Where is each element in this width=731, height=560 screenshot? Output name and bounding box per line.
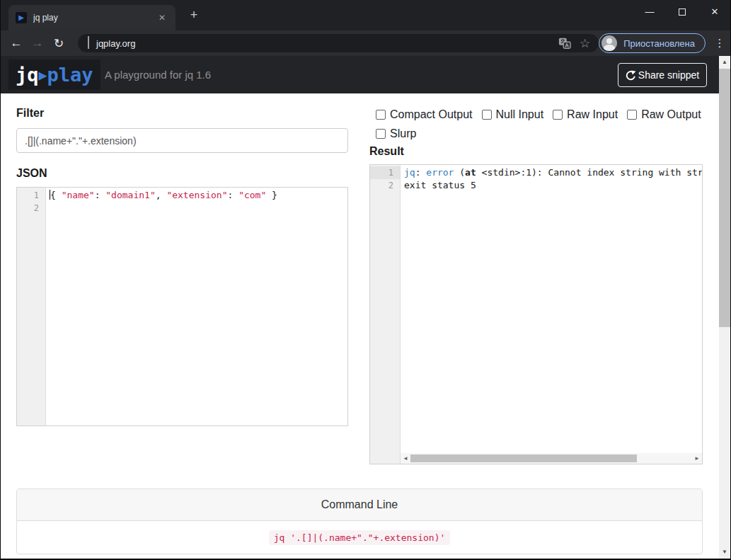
- logo-play-text: play: [47, 64, 93, 86]
- lock-icon: [88, 37, 89, 50]
- tab-title: jq play: [33, 13, 156, 23]
- filter-label: Filter: [16, 107, 44, 120]
- window-border-left: [0, 0, 1, 560]
- scroll-down-icon[interactable]: ▼: [719, 547, 730, 558]
- json-token: }: [266, 190, 277, 200]
- forward-button[interactable]: →: [27, 36, 48, 50]
- window-maximize-button[interactable]: [666, 0, 698, 23]
- result-token: :: [415, 167, 427, 178]
- tab-close-icon[interactable]: ✕: [156, 11, 168, 24]
- json-token: "domain1": [105, 190, 155, 200]
- result-editor-gutter: 1 2: [370, 165, 401, 464]
- browser-titlebar: ▶ jq play ✕ + — ✕: [0, 0, 731, 30]
- line-number: 2: [17, 202, 45, 215]
- result-token: <stdin>:1): Cannot index string with str…: [476, 167, 702, 178]
- browser-menu-icon[interactable]: ⋮: [713, 37, 727, 50]
- result-label: Result: [369, 145, 404, 158]
- option-slurp[interactable]: Slurp: [376, 127, 416, 140]
- maximize-icon: [679, 8, 686, 16]
- logo-play-icon: ▶: [39, 67, 47, 84]
- result-token: at: [465, 167, 476, 178]
- option-raw-input[interactable]: Raw Input: [553, 108, 618, 121]
- new-tab-button[interactable]: +: [185, 8, 202, 23]
- logo-jq-text: jq: [16, 64, 39, 86]
- avatar: [602, 35, 617, 51]
- site-tagline: A playground for jq 1.6: [105, 56, 211, 93]
- options-row-1: Compact Output Null Input Raw Input Raw …: [376, 108, 701, 121]
- command-line-title: Command Line: [17, 489, 702, 521]
- browser-tab[interactable]: ▶ jq play ✕: [8, 5, 175, 30]
- option-compact-output[interactable]: Compact Output: [376, 108, 473, 121]
- json-token: :: [227, 190, 238, 200]
- json-token: {: [50, 190, 62, 200]
- scroll-right-icon[interactable]: ►: [692, 453, 702, 464]
- profile-status-label: Приостановлена: [623, 38, 695, 49]
- browser-window: ▶ jq play ✕ + — ✕ ← → ↻ jqplay.org: [0, 0, 731, 560]
- reload-button[interactable]: ↻: [48, 36, 69, 51]
- share-snippet-button[interactable]: Share snippet: [618, 63, 707, 87]
- json-token: "name": [62, 190, 95, 200]
- share-snippet-label: Share snippet: [638, 69, 699, 81]
- jqplay-favicon-icon: ▶: [16, 12, 27, 23]
- scroll-left-icon[interactable]: ◄: [401, 453, 410, 464]
- json-token: ,: [156, 190, 167, 200]
- result-token: jq: [404, 167, 415, 178]
- profile-chip[interactable]: Приостановлена: [599, 33, 706, 53]
- checkbox[interactable]: [627, 110, 637, 120]
- line-number: 1: [17, 189, 45, 202]
- command-line-code: jq '.[]|(.name+"."+.extension)': [269, 530, 451, 545]
- page-content: jq▶play A playground for jq 1.6 Share sn…: [0, 56, 731, 560]
- window-minimize-button[interactable]: —: [633, 0, 666, 23]
- browser-toolbar: ← → ↻ jqplay.org ☆ Приостановлена ⋮: [0, 30, 731, 56]
- url-text: jqplay.org: [96, 38, 135, 49]
- json-editor-code[interactable]: { "name": "domain1", "extension": "com" …: [47, 189, 347, 425]
- result-editor[interactable]: 1 2 jq: error (at <stdin>:1): Cannot ind…: [369, 164, 703, 464]
- filter-input[interactable]: [16, 128, 348, 153]
- result-token: (: [454, 167, 465, 178]
- json-editor[interactable]: 1 2 { "name": "domain1", "extension": "c…: [16, 187, 348, 426]
- play-icon: ▶: [18, 14, 24, 21]
- json-label: JSON: [16, 167, 47, 180]
- jqplay-logo[interactable]: jq▶play: [8, 59, 100, 90]
- result-editor-code[interactable]: jq: error (at <stdin>:1): Cannot index s…: [401, 166, 702, 464]
- address-bar[interactable]: jqplay.org: [78, 34, 599, 52]
- site-header: jq▶play A playground for jq 1.6 Share sn…: [0, 56, 719, 93]
- option-null-input[interactable]: Null Input: [482, 108, 544, 121]
- checkbox[interactable]: [376, 129, 386, 139]
- option-raw-output[interactable]: Raw Output: [627, 108, 701, 121]
- result-line-1: jq: error (at <stdin>:1): Cannot index s…: [401, 166, 702, 179]
- vertical-scrollbar-thumb[interactable]: [719, 69, 730, 327]
- result-line-2: exit status 5: [401, 179, 702, 192]
- page-vertical-scrollbar[interactable]: ▲ ▼: [719, 56, 730, 559]
- line-number: 2: [370, 179, 400, 192]
- checkbox[interactable]: [376, 110, 386, 120]
- scroll-up-icon[interactable]: ▲: [719, 57, 730, 68]
- json-editor-gutter: 1 2: [17, 188, 46, 425]
- json-token: "extension": [166, 190, 227, 200]
- back-button[interactable]: ←: [6, 36, 27, 50]
- checkbox[interactable]: [553, 110, 563, 120]
- command-line-body: jq '.[]|(.name+"."+.extension)': [17, 521, 702, 554]
- window-close-button[interactable]: ✕: [698, 0, 731, 23]
- translate-icon[interactable]: [558, 37, 571, 50]
- json-line-1: { "name": "domain1", "extension": "com" …: [47, 189, 347, 202]
- toolbar-right: ☆ Приостановлена ⋮: [558, 30, 727, 56]
- share-icon: [626, 70, 636, 81]
- command-line-panel: Command Line jq '.[]|(.name+"."+.extensi…: [16, 488, 703, 554]
- checkbox[interactable]: [482, 110, 492, 120]
- bookmark-star-icon[interactable]: ☆: [580, 36, 590, 51]
- result-horizontal-scrollbar[interactable]: ◄ ►: [401, 453, 702, 464]
- horizontal-scrollbar-thumb[interactable]: [410, 455, 637, 462]
- result-token: error: [426, 167, 454, 178]
- json-token: :: [95, 190, 106, 200]
- json-token: "com": [238, 190, 266, 200]
- options-row-2: Slurp: [376, 127, 416, 140]
- window-controls: — ✕: [633, 0, 731, 23]
- line-number: 1: [370, 166, 400, 179]
